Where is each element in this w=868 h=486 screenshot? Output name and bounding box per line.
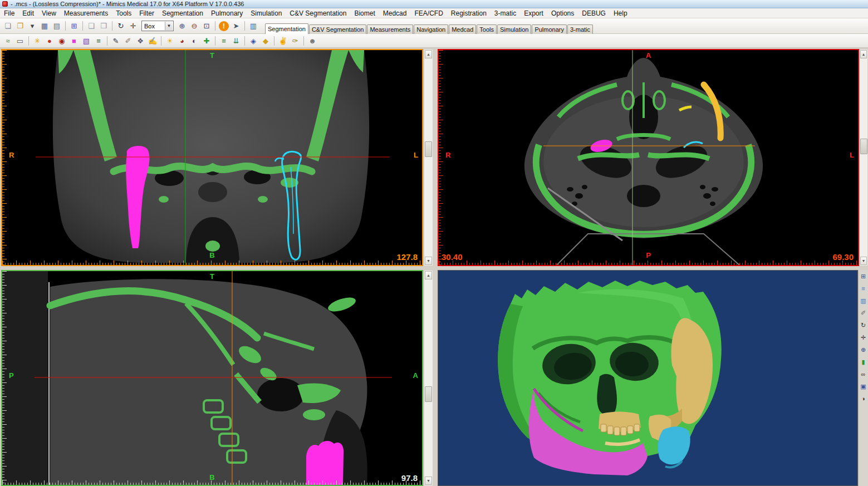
menu-export[interactable]: Export [520,9,547,18]
tab-3matic[interactable]: 3-matic [567,24,593,34]
menu-options[interactable]: Options [547,9,578,18]
coronal-view-canvas[interactable] [2,50,422,265]
open-menu-arrow-icon[interactable]: ▾ [26,20,38,32]
menu-medcad[interactable]: Medcad [379,9,411,18]
save-project-icon[interactable]: ▦ [38,20,51,32]
scroll-up-icon[interactable] [425,50,432,58]
menu-registration[interactable]: Registration [447,9,491,18]
stereo-glasses-icon[interactable]: ∞ [859,370,868,379]
combobox-arrow-icon[interactable]: ▼ [165,22,173,30]
cavity-fill-icon[interactable]: ◕ [176,35,188,47]
tab-medcad[interactable]: Medcad [449,24,476,34]
viewport-config-icon[interactable]: ⊞ [859,272,868,281]
measure-3d-icon[interactable]: ▮ [859,357,868,366]
coronal-scrollbar[interactable] [424,49,433,266]
open-project-icon[interactable]: ❐ [14,20,26,32]
scroll-down-icon[interactable] [425,477,432,485]
sagittal-view-canvas[interactable] [2,271,422,485]
menu-edit[interactable]: Edit [18,9,38,18]
slice-planes-icon[interactable]: ≡ [859,284,868,293]
erase-icon[interactable]: ✐ [122,35,134,47]
erase-3d-icon[interactable]: ✐ [859,308,868,317]
registration-view-icon[interactable]: ▣ [859,382,868,391]
menu-pulmonary[interactable]: Pulmonary [207,9,247,18]
sagittal-scrollbar[interactable] [424,270,433,486]
menu-simulation[interactable]: Simulation [247,9,286,18]
scroll-up-icon[interactable] [425,271,432,279]
pan-view-icon[interactable]: ✛ [127,20,139,32]
coronal-scrollbar-thumb[interactable] [425,141,432,157]
draw-profile-icon[interactable]: ✎ [110,35,122,47]
boolean-operations-icon[interactable]: ◐ [188,35,200,47]
menu-fea-cfd[interactable]: FEA/CFD [410,9,447,18]
edit-3d-icon[interactable]: ✍ [146,35,159,47]
menu-segmentation[interactable]: Segmentation [158,9,207,18]
threshold-icon[interactable]: ✳ [31,35,43,47]
print-icon[interactable]: ▤ [51,20,63,32]
indicate-cursor-icon[interactable]: ➤ [230,20,242,32]
crop-project-icon[interactable]: ▭ [14,35,26,47]
sagittal-scrollbar-thumb[interactable] [425,386,432,402]
one-click-measure-icon[interactable]: ! [219,21,229,31]
three-d-viewport[interactable] [438,270,858,486]
three-d-view-canvas[interactable] [438,271,857,485]
menu-cv-segmentation[interactable]: C&V Segmentation [286,9,350,18]
axial-view-canvas[interactable] [439,50,858,265]
tab-tools[interactable]: Tools [477,24,497,34]
scroll-up-icon[interactable] [860,50,867,58]
multiple-slice-edit-icon[interactable]: ▧ [80,35,92,47]
axial-scrollbar[interactable] [859,49,868,266]
copy-view-icon[interactable]: ❑ [85,20,97,32]
scroll-down-icon[interactable] [425,257,432,265]
menu-tools[interactable]: Tools [112,9,135,18]
hand-tool-icon[interactable]: ✌ [277,35,289,47]
project-info-icon[interactable]: ▥ [247,20,259,32]
zoom-mode-combobox[interactable]: Box ▼ [141,21,174,31]
menu-help[interactable]: Help [610,9,631,18]
scroll-down-icon[interactable] [860,257,867,265]
zoom-box-icon[interactable]: ⊡ [200,20,213,32]
zoom-3d-icon[interactable]: ⊕ [859,345,868,354]
simulation-person-icon[interactable]: ☻ [306,35,318,47]
mask-tag-icon[interactable]: ◆ [259,35,272,47]
menu-filter[interactable]: Filter [135,9,158,18]
tab-segmentation[interactable]: Segmentation [265,23,308,34]
sagittal-viewport[interactable]: T B P A 97.8 [1,270,423,486]
edit-masks-icon[interactable]: ■ [68,35,80,47]
update-mask-icon[interactable]: ✚ [200,35,213,47]
coronal-viewport[interactable]: T B R L 127.8 [1,49,423,266]
axial-scrollbar-thumb[interactable] [860,139,867,154]
menu-debug[interactable]: DEBUG [578,9,610,18]
copy-all-views-icon[interactable]: ❒ [97,20,110,32]
zoom-in-icon[interactable]: ⊕ [176,20,188,32]
profile-lines-icon[interactable]: ≈ [2,35,14,47]
annotate-icon[interactable]: ✑ [289,35,301,47]
clip-plane-icon[interactable]: ▥ [859,296,868,305]
tab-simulation[interactable]: Simulation [497,24,531,34]
region-growing-icon[interactable]: ● [43,35,56,47]
tab-measurements[interactable]: Measurements [367,24,413,34]
dynamic-region-grow-icon[interactable]: ◉ [56,35,68,47]
tab-cv-segmentation[interactable]: C&V Segmentation [309,24,367,34]
menu-biomet[interactable]: Biomet [350,9,379,18]
view-layout-icon[interactable]: ⊞ [68,20,80,32]
calculate-polylines-icon[interactable]: ≡ [92,35,105,47]
menu-view[interactable]: View [38,9,60,18]
menu-file[interactable]: File [0,9,18,18]
unzoom-icon[interactable]: ⊖ [188,20,200,32]
menu-3matic[interactable]: 3-matic [491,9,520,18]
tab-navigation[interactable]: Navigation [414,24,448,34]
polylines-extract-icon[interactable]: ⇊ [230,35,242,47]
reset-view-icon[interactable]: ↻ [115,20,127,32]
tab-pulmonary[interactable]: Pulmonary [532,24,567,34]
polylines-stack-icon[interactable]: ≡ [218,35,230,47]
smart-fill-icon[interactable]: ❖ [134,35,146,47]
smooth-icon[interactable]: ☀ [164,35,176,47]
calculate-3d-icon[interactable]: ◈ [247,35,259,47]
contrast-icon[interactable]: ◑ [859,394,868,403]
menu-measurements[interactable]: Measurements [60,9,112,18]
pan-3d-icon[interactable]: ✛ [859,333,868,342]
axial-viewport[interactable]: A P R L 30.40 69.30 [438,49,859,266]
rotate-3d-icon[interactable]: ↻ [859,321,868,330]
new-project-icon[interactable]: ❏ [2,20,14,32]
